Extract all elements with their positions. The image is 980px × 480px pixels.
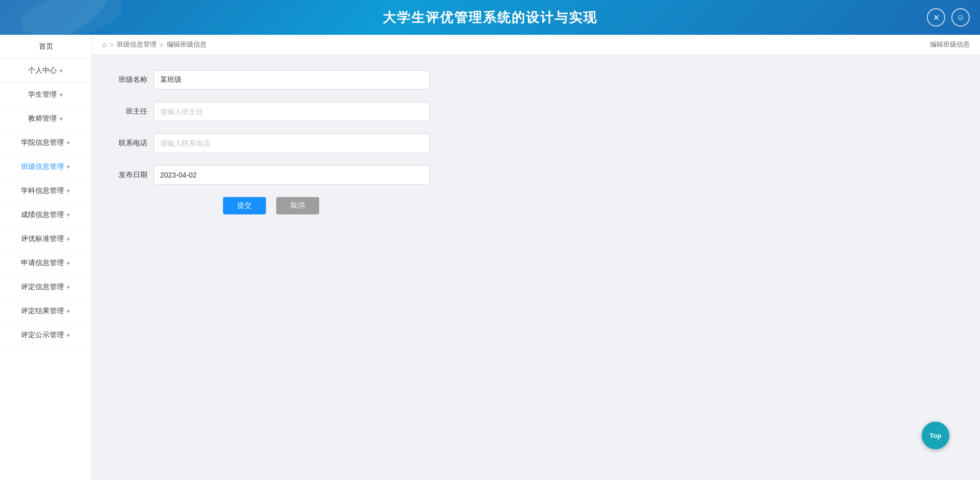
chevron-down-icon: ▼ xyxy=(59,92,64,98)
form-label-date: 发布日期 xyxy=(113,170,153,180)
sidebar-item-label: 班级信息管理 xyxy=(21,162,64,171)
breadcrumb-separator: > xyxy=(109,41,114,49)
close-icon: ✕ xyxy=(933,13,940,23)
home-icon[interactable]: ⌂ xyxy=(102,40,106,49)
sidebar-item-label: 学院信息管理 xyxy=(21,138,64,147)
chevron-down-icon: ▼ xyxy=(59,68,64,74)
breadcrumb-separator2: > xyxy=(160,41,164,49)
sidebar-item-label: 申请信息管理 xyxy=(21,258,64,268)
layout: 首页 个人中心 ▼ 学生管理 ▼ 教师管理 ▼ 学院信息管理 ▼ 班级信息管理 … xyxy=(0,35,980,480)
phone-input[interactable] xyxy=(153,134,430,153)
chevron-down-icon: ▼ xyxy=(66,260,71,266)
chevron-down-icon: ▼ xyxy=(66,212,71,218)
sidebar-item-label: 首页 xyxy=(39,42,53,51)
sidebar-item-label: 评定结果管理 xyxy=(21,307,64,316)
sidebar-item-home[interactable]: 首页 xyxy=(0,35,92,59)
form-row-date: 发布日期 xyxy=(113,165,430,185)
chevron-down-icon: ▼ xyxy=(66,285,71,290)
sidebar-item-evaluation[interactable]: 评定信息管理 ▼ xyxy=(0,275,92,299)
cancel-button[interactable]: 取消 xyxy=(276,197,319,214)
submit-button[interactable]: 提交 xyxy=(223,197,266,214)
chevron-down-icon: ▼ xyxy=(66,236,71,242)
sidebar-item-label: 学科信息管理 xyxy=(21,186,64,195)
header: 大学生评优管理系统的设计与实现 ✕ ☺ xyxy=(0,0,980,35)
sidebar-item-result[interactable]: 评定结果管理 ▼ xyxy=(0,299,92,323)
user-icon: ☺ xyxy=(956,13,965,22)
chevron-down-icon: ▼ xyxy=(66,333,71,338)
chevron-down-icon: ▼ xyxy=(66,140,71,146)
form-area: 班级名称 班主任 联系电话 发布日期 提交 取消 xyxy=(92,55,980,480)
sidebar-item-label: 学生管理 xyxy=(28,90,57,99)
chevron-down-icon: ▼ xyxy=(66,164,71,170)
date-input[interactable] xyxy=(153,165,430,185)
sidebar-item-student[interactable]: 学生管理 ▼ xyxy=(0,83,92,107)
chevron-down-icon: ▼ xyxy=(66,188,71,194)
form-row-classname: 班级名称 xyxy=(113,70,430,90)
sidebar-item-label: 成绩信息管理 xyxy=(21,210,64,220)
breadcrumb-current: 编辑班级信息 xyxy=(167,40,207,49)
chevron-down-icon: ▼ xyxy=(66,309,71,314)
form-label-classname: 班级名称 xyxy=(113,75,153,84)
sidebar-item-college[interactable]: 学院信息管理 ▼ xyxy=(0,131,92,155)
sidebar-item-class[interactable]: 班级信息管理 ▼ xyxy=(0,155,92,179)
top-button[interactable]: Top xyxy=(922,422,949,449)
sidebar-item-application[interactable]: 申请信息管理 ▼ xyxy=(0,251,92,275)
sidebar-item-label: 评定公示管理 xyxy=(21,331,64,340)
sidebar-item-label: 评定信息管理 xyxy=(21,282,64,292)
sidebar-item-teacher[interactable]: 教师管理 ▼ xyxy=(0,107,92,131)
chevron-down-icon: ▼ xyxy=(59,116,64,122)
header-icons: ✕ ☺ xyxy=(927,8,970,27)
user-icon-button[interactable]: ☺ xyxy=(951,8,970,27)
sidebar-item-standard[interactable]: 评优标准管理 ▼ xyxy=(0,227,92,251)
header-title: 大学生评优管理系统的设计与实现 xyxy=(383,9,597,27)
form-label-teacher: 班主任 xyxy=(113,107,153,116)
classname-input[interactable] xyxy=(153,70,430,90)
button-area: 提交 取消 xyxy=(113,197,430,214)
top-button-label: Top xyxy=(930,432,942,440)
form-label-phone: 联系电话 xyxy=(113,139,153,148)
main-content: ⌂ > 班级信息管理 > 编辑班级信息 编辑班级信息 班级名称 班主任 联系电话 xyxy=(92,35,980,480)
sidebar-item-label: 个人中心 xyxy=(28,66,57,75)
breadcrumb: ⌂ > 班级信息管理 > 编辑班级信息 编辑班级信息 xyxy=(92,35,980,55)
sidebar-item-publicity[interactable]: 评定公示管理 ▼ xyxy=(0,323,92,347)
form-row-phone: 联系电话 xyxy=(113,134,430,153)
sidebar-item-label: 教师管理 xyxy=(28,114,57,123)
breadcrumb-right-label: 编辑班级信息 xyxy=(930,40,970,49)
sidebar-item-label: 评优标准管理 xyxy=(21,234,64,244)
breadcrumb-left: ⌂ > 班级信息管理 > 编辑班级信息 xyxy=(102,40,207,49)
sidebar-item-personal[interactable]: 个人中心 ▼ xyxy=(0,59,92,83)
close-icon-button[interactable]: ✕ xyxy=(927,8,945,27)
teacher-input[interactable] xyxy=(153,102,430,121)
breadcrumb-class-management[interactable]: 班级信息管理 xyxy=(117,40,157,49)
sidebar-item-subject[interactable]: 学科信息管理 ▼ xyxy=(0,179,92,203)
sidebar: 首页 个人中心 ▼ 学生管理 ▼ 教师管理 ▼ 学院信息管理 ▼ 班级信息管理 … xyxy=(0,35,92,480)
form-row-teacher: 班主任 xyxy=(113,102,430,121)
sidebar-item-score[interactable]: 成绩信息管理 ▼ xyxy=(0,203,92,227)
